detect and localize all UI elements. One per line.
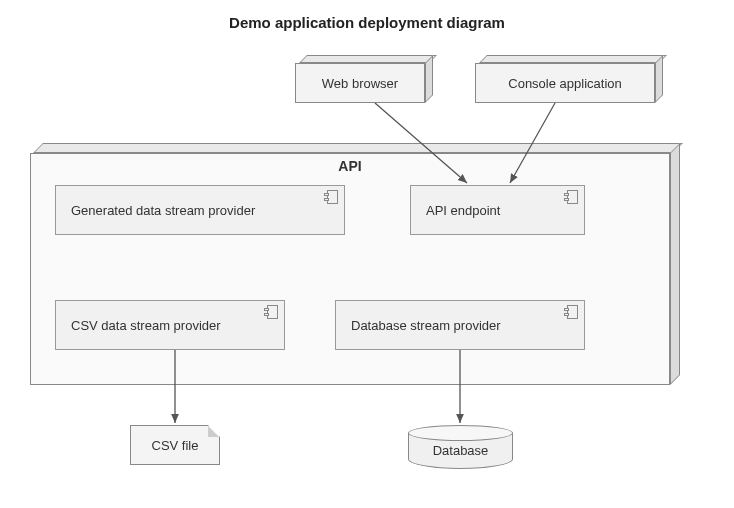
component-api-endpoint: API endpoint [410,185,585,235]
component-gen-provider-label: Generated data stream provider [71,203,255,218]
node-console-app-label: Console application [508,76,621,91]
component-csv-provider: CSV data stream provider [55,300,285,350]
diagram-title: Demo application deployment diagram [0,14,734,31]
node-api-label: API [31,158,669,174]
component-api-endpoint-label: API endpoint [426,203,500,218]
component-gen-provider: Generated data stream provider [55,185,345,235]
component-csv-provider-label: CSV data stream provider [71,318,221,333]
component-db-provider: Database stream provider [335,300,585,350]
component-icon [564,305,578,319]
component-icon [264,305,278,319]
artifact-csv-file: CSV file [130,425,220,465]
component-icon [564,190,578,204]
component-icon [324,190,338,204]
component-db-provider-label: Database stream provider [351,318,501,333]
node-web-browser-label: Web browser [322,76,398,91]
artifact-csv-file-label: CSV file [152,438,199,453]
diagram-canvas: Demo application deployment diagram Web … [0,0,734,508]
artifact-database-label: Database [433,443,489,458]
